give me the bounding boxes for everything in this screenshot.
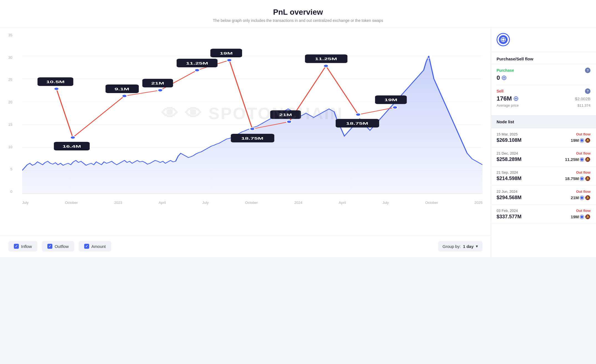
chart-svg: 10.5M 16.4M 9.1M (22, 33, 482, 193)
sell-help-btn[interactable]: ? (585, 88, 590, 94)
tooltip-9-1m: 9.1M (106, 84, 139, 93)
sell-usd: $2.002B (575, 96, 590, 101)
node-date-3: 21 Sep, 2024 (497, 170, 518, 175)
node-list-header: Node list (491, 115, 596, 128)
node-token-3: 18.75M 🔕 (565, 176, 590, 181)
dot-10 (356, 113, 361, 116)
node-bottom-3: $214.598M 18.75M 🔕 (497, 176, 590, 181)
x-label-2025: 2025 (474, 201, 482, 205)
purchase-help-btn[interactable]: ? (585, 68, 590, 73)
svg-text:19M: 19M (384, 98, 397, 102)
y-axis: 35 30 25 20 15 10 5 0 (8, 33, 15, 194)
dot-8 (287, 120, 292, 123)
svg-text:18.75M: 18.75M (241, 136, 263, 140)
hide-node-5[interactable]: 🔕 (585, 214, 590, 219)
token-icon (499, 35, 508, 44)
dot-4 (158, 89, 163, 92)
x-axis: July October 2023 April July October 202… (22, 201, 482, 205)
tooltip-11-25m-1: 11.25M (177, 59, 218, 67)
dot-7 (250, 127, 255, 130)
legend-bar: Inflow Outflow Amount Group by: 1 day ▾ (0, 235, 491, 257)
token-dot-4 (580, 196, 584, 200)
x-label-july-3: July (382, 201, 389, 205)
group-by-label: Group by: (443, 244, 461, 249)
tooltip-19m-2: 19M (375, 95, 407, 104)
token-header (491, 27, 596, 52)
sell-amount: 176M (497, 95, 512, 102)
inflow-label: Inflow (21, 244, 32, 249)
node-date-4: 22 Jun, 2024 (497, 189, 517, 194)
node-token-val-5: 19M (571, 214, 579, 219)
page-subtitle: The below graph only includes the transa… (6, 18, 590, 23)
svg-point-44 (514, 98, 515, 99)
purchase-sell-section: Purchase ? 0 (491, 64, 596, 115)
svg-text:21M: 21M (279, 112, 292, 117)
hide-node-4[interactable]: 🔕 (585, 195, 590, 200)
right-panel: Purchase/Sell flow Purchase ? 0 (491, 27, 596, 257)
legend-amount[interactable]: Amount (79, 241, 111, 252)
node-usd-1: $269.108M (497, 137, 522, 143)
node-top-3: 21 Sep, 2024 Out flow (497, 170, 590, 175)
tooltip-21m-2: 21M (270, 110, 301, 119)
chevron-down-icon: ▾ (476, 244, 478, 249)
svg-point-38 (502, 78, 503, 78)
dot-9 (323, 65, 328, 67)
hide-node-1[interactable]: 🔕 (585, 138, 590, 143)
legend-outflow[interactable]: Outflow (42, 241, 74, 252)
page-title: PnL overview (6, 8, 590, 17)
chart-container: 35 30 25 20 15 10 5 0 👁 👁 SPOTONCHAIN (8, 33, 482, 210)
hide-node-3[interactable]: 🔕 (585, 176, 590, 181)
y-label-5: 5 (10, 167, 12, 171)
svg-point-36 (504, 76, 504, 77)
sell-token-icon (513, 96, 518, 101)
y-label-35: 35 (8, 33, 12, 37)
purchase-item: Purchase ? 0 (497, 64, 590, 85)
x-label-july-2: July (202, 201, 209, 205)
node-token-val-3: 18.75M (565, 176, 579, 181)
svg-point-31 (503, 41, 504, 42)
dot-1 (54, 87, 59, 90)
sell-row: Sell ? (497, 88, 590, 94)
svg-point-32 (501, 39, 502, 40)
purchase-label: Purchase (497, 68, 514, 73)
amount-checkbox[interactable] (84, 244, 89, 249)
purchase-amount: 0 (497, 74, 500, 81)
tooltip-11-25m-2: 11.25M (305, 55, 347, 63)
x-label-2023: 2023 (114, 201, 122, 205)
outflow-checkbox[interactable] (47, 244, 52, 249)
token-dot-1 (580, 139, 584, 142)
node-item-5: 03 Feb, 2024 Out flow $337.577M 19M 🔕 (491, 205, 596, 224)
purchase-sell-title: Purchase/Sell flow (491, 52, 596, 64)
purchase-token-icon (502, 75, 507, 80)
node-bottom-5: $337.577M 19M 🔕 (497, 214, 590, 220)
svg-text:11.25M: 11.25M (315, 57, 337, 61)
svg-point-42 (516, 97, 516, 98)
amount-label: Amount (91, 244, 106, 249)
svg-point-30 (503, 38, 504, 39)
node-top-2: 21 Dec, 2024 Out flow (497, 151, 590, 155)
inflow-checkbox[interactable] (14, 244, 19, 249)
node-flow-1: Out flow (576, 132, 590, 136)
node-flow-4: Out flow (576, 189, 590, 194)
sell-value-row: 176M $2.002B (497, 95, 590, 102)
node-usd-5: $337.577M (497, 214, 522, 220)
node-bottom-1: $269.108M 19M 🔕 (497, 137, 590, 143)
y-label-15: 15 (8, 122, 12, 127)
page-header: PnL overview The below graph only includ… (0, 0, 596, 27)
node-item-3: 21 Sep, 2024 Out flow $214.598M 18.75M 🔕 (491, 166, 596, 186)
token-dot-3 (580, 177, 584, 181)
node-top-1: 15 Mar, 2025 Out flow (497, 132, 590, 136)
dot-3 (122, 94, 127, 97)
sell-value: 176M (497, 95, 518, 102)
main-content: 35 30 25 20 15 10 5 0 👁 👁 SPOTONCHAIN (0, 27, 596, 257)
hide-node-2[interactable]: 🔕 (585, 157, 590, 162)
tooltip-18-75m-2: 18.75M (336, 119, 379, 127)
avg-price-row: Average price $11.374 (497, 103, 590, 107)
node-usd-4: $294.568M (497, 195, 522, 201)
svg-text:21M: 21M (151, 81, 164, 85)
y-label-0: 0 (10, 189, 12, 194)
group-by-value: 1 day (463, 244, 474, 249)
group-by-select[interactable]: Group by: 1 day ▾ (438, 241, 482, 252)
x-label-october-2: October (245, 201, 258, 205)
legend-inflow[interactable]: Inflow (8, 241, 37, 252)
